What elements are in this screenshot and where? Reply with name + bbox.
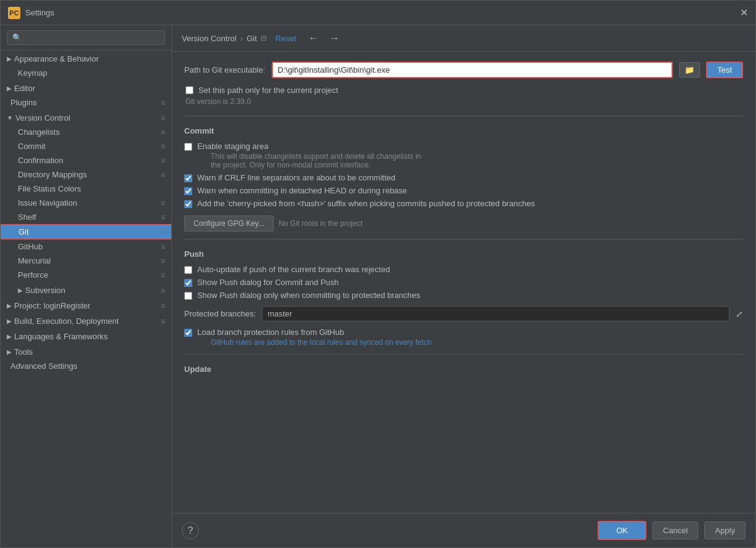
indicator-icon: ≡: [161, 199, 165, 208]
sidebar-item-advanced[interactable]: Advanced Settings: [1, 359, 171, 373]
sidebar-item-mercurial[interactable]: Mercurial ≡: [1, 254, 171, 268]
protected-branches-label: Protected branches:: [184, 309, 256, 318]
set-path-row: Set this path only for the current proje…: [184, 86, 743, 95]
expand-arrow-icon: ▶: [7, 333, 12, 340]
right-panel: Version Control › Git ⊟ Reset ← → Path t…: [172, 25, 755, 547]
sidebar-item-label: Directory Mappings: [18, 170, 87, 179]
nav-back-button[interactable]: ←: [305, 31, 322, 45]
expand-arrow-icon: ▶: [7, 55, 12, 62]
sidebar-item-directory-mappings[interactable]: Directory Mappings ≡: [1, 167, 171, 182]
sidebar-item-github[interactable]: GitHub ≡: [1, 240, 171, 254]
indicator-icon: ≡: [161, 114, 165, 123]
app-icon: PC: [8, 7, 20, 19]
ok-button[interactable]: OK: [598, 521, 646, 540]
staging-area-subtext: This will disable changelists support an…: [211, 152, 421, 169]
sidebar-item-label: Plugins: [10, 98, 37, 107]
push-protected-label: Show Push dialog only when committing to…: [197, 291, 420, 300]
sidebar-item-tools[interactable]: ▶ Tools: [1, 344, 171, 359]
sidebar-item-label: Changelists: [18, 127, 60, 137]
sidebar: ▶ Appearance & Behavior Keymap ▶ Editor …: [1, 25, 172, 547]
sidebar-item-editor[interactable]: ▶ Editor: [1, 80, 171, 95]
warn-detached-checkbox[interactable]: [184, 187, 192, 195]
git-version-text: Git version is 2.39.0: [184, 97, 743, 106]
show-push-label: Show Push dialog for Commit and Push: [197, 278, 339, 287]
git-path-row: Path to Git executable: 📁 Test: [184, 62, 743, 78]
load-rules-checkbox[interactable]: [184, 329, 192, 337]
configure-gpg-button[interactable]: Configure GPG Key...: [184, 216, 274, 232]
sidebar-item-label: Git: [18, 227, 29, 236]
expand-arrow-icon: ▶: [7, 349, 12, 355]
auto-update-checkbox[interactable]: [184, 266, 192, 274]
test-button[interactable]: Test: [706, 62, 743, 78]
search-input[interactable]: [7, 30, 165, 45]
sidebar-item-commit[interactable]: Commit ≡: [1, 139, 171, 153]
sidebar-item-issue-navigation[interactable]: Issue Navigation ≡: [1, 196, 171, 210]
sidebar-item-label: File Status Colors: [18, 184, 81, 193]
sidebar-item-version-control[interactable]: ▼ Version Control ≡: [1, 110, 171, 125]
cancel-button[interactable]: Cancel: [652, 522, 698, 539]
help-button[interactable]: ?: [182, 522, 199, 539]
footer-left: ?: [182, 522, 199, 539]
sidebar-item-label: Mercurial: [18, 256, 51, 265]
sidebar-item-git[interactable]: Git ≡: [1, 224, 171, 240]
indicator-icon: ≡: [161, 317, 165, 326]
cherry-pick-label: Add the 'cherry-picked from <hash>' suff…: [197, 199, 535, 208]
expand-arrow-icon: ▶: [7, 302, 12, 309]
expand-protected-button[interactable]: ⤢: [736, 309, 743, 319]
sidebar-item-project[interactable]: ▶ Project: loginRegister ≡: [1, 297, 171, 313]
warn-crlf-checkbox[interactable]: [184, 174, 192, 182]
indicator-icon: ≡: [161, 213, 165, 222]
sidebar-item-confirmation[interactable]: Confirmation ≡: [1, 153, 171, 167]
search-bar: [1, 25, 171, 50]
titlebar: PC Settings ✕: [1, 1, 755, 25]
set-path-checkbox[interactable]: [185, 86, 193, 94]
sidebar-item-languages[interactable]: ▶ Languages & Frameworks: [1, 328, 171, 344]
sidebar-item-label: Issue Navigation: [18, 198, 77, 208]
warn-crlf-label: Warn if CRLF line separators are about t…: [197, 173, 396, 182]
staging-area-checkbox[interactable]: [184, 143, 192, 151]
sidebar-item-subversion[interactable]: ▶ Subversion ≡: [1, 282, 171, 297]
browse-button[interactable]: 📁: [679, 62, 700, 78]
indicator-icon: ≡: [161, 171, 165, 179]
apply-button[interactable]: Apply: [704, 522, 746, 539]
indicator-icon: ≡: [161, 99, 165, 107]
sidebar-item-perforce[interactable]: Perforce ≡: [1, 268, 171, 282]
show-push-checkbox[interactable]: [184, 279, 192, 287]
push-protected-checkbox[interactable]: [184, 292, 192, 300]
panel-content: Path to Git executable: 📁 Test Set this …: [172, 52, 755, 513]
nav-forward-button[interactable]: →: [326, 31, 343, 45]
indicator-icon: ≡: [161, 271, 165, 280]
protected-branches-row: Protected branches: ⤢: [184, 306, 743, 321]
expand-arrow-icon: ▶: [18, 287, 23, 294]
git-path-input[interactable]: [272, 62, 673, 78]
sidebar-item-appearance[interactable]: ▶ Appearance & Behavior: [1, 50, 171, 66]
sidebar-item-label: GitHub: [18, 242, 43, 251]
sidebar-item-shelf[interactable]: Shelf ≡: [1, 210, 171, 224]
breadcrumb-parent: Version Control: [182, 34, 237, 43]
sidebar-item-changelists[interactable]: Changelists ≡: [1, 125, 171, 139]
cherry-pick-option: Add the 'cherry-picked from <hash>' suff…: [184, 199, 743, 208]
breadcrumb-separator: ›: [240, 34, 243, 43]
expand-arrow-icon: ▶: [7, 318, 12, 324]
breadcrumb-icon: ⊟: [261, 34, 267, 42]
main-content: ▶ Appearance & Behavior Keymap ▶ Editor …: [1, 25, 755, 547]
indicator-icon: ≡: [160, 228, 165, 236]
sidebar-item-label: Subversion: [25, 286, 65, 295]
sidebar-item-file-status-colors[interactable]: File Status Colors: [1, 182, 171, 196]
sidebar-item-plugins[interactable]: Plugins ≡: [1, 95, 171, 110]
settings-window: PC Settings ✕ ▶ Appearance & Behavior Ke…: [0, 0, 756, 548]
sidebar-item-build[interactable]: ▶ Build, Execution, Deployment ≡: [1, 313, 171, 328]
protected-branches-input[interactable]: [262, 306, 730, 321]
update-section-title: Update: [184, 365, 743, 374]
github-rules-subtext: GitHub rules are added to the local rule…: [211, 338, 431, 347]
staging-area-option: Enable staging area This will disable ch…: [184, 142, 743, 169]
close-icon[interactable]: ✕: [740, 7, 748, 18]
indicator-icon: ≡: [161, 286, 165, 295]
reset-button[interactable]: Reset: [270, 33, 301, 44]
cherry-pick-checkbox[interactable]: [184, 200, 192, 208]
auto-update-label: Auto-update if push of the current branc…: [197, 265, 390, 274]
sidebar-item-label: Tools: [14, 347, 33, 357]
auto-update-option: Auto-update if push of the current branc…: [184, 265, 743, 274]
update-divider: [184, 354, 743, 355]
sidebar-item-keymap[interactable]: Keymap: [1, 66, 171, 80]
